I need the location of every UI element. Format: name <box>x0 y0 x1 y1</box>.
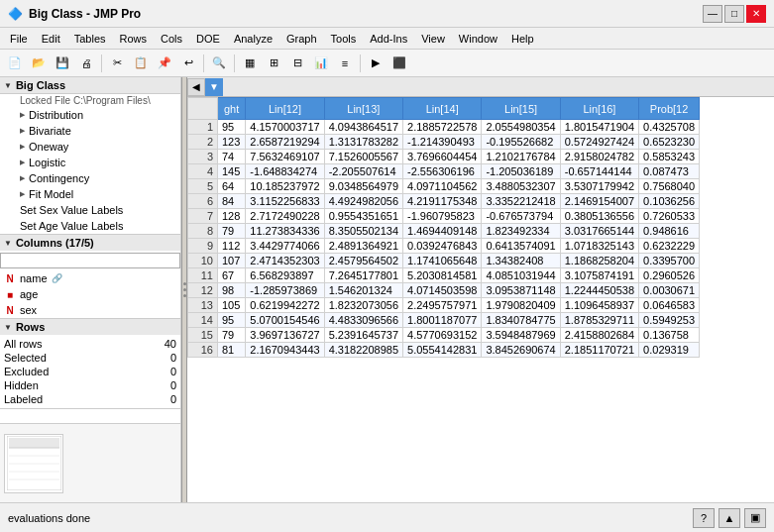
cell-ght[interactable]: 95 <box>218 313 246 328</box>
maximize-button[interactable]: □ <box>724 5 744 23</box>
menu-cols[interactable]: Cols <box>155 31 188 47</box>
cell-prob12[interactable]: 0.0646583 <box>639 298 700 313</box>
cell-lin15[interactable]: 3.0953871148 <box>482 283 560 298</box>
cell-lin13[interactable]: 2.4579564502 <box>324 254 402 268</box>
cell-lin12[interactable]: 6.568293897 <box>246 268 324 283</box>
cell-prob12[interactable]: 0.5949253 <box>639 313 700 328</box>
cell-lin12[interactable]: 3.1152256833 <box>246 194 324 209</box>
cell-lin14[interactable]: 4.2191175348 <box>403 194 482 209</box>
new-button[interactable]: 📄 <box>4 53 26 74</box>
menu-tables[interactable]: Tables <box>68 31 112 47</box>
cell-lin15[interactable]: 1.823492334 <box>482 224 560 239</box>
menu-file[interactable]: File <box>4 31 34 47</box>
table-row[interactable]: 16 81 2.1670943443 4.3182208985 5.055414… <box>188 343 700 358</box>
rows-btn[interactable]: ⊟ <box>286 53 308 74</box>
cell-lin14[interactable]: 2.1885722578 <box>403 120 482 135</box>
analysis-set-age[interactable]: Set Age Value Labels <box>0 218 180 234</box>
cell-lin13[interactable]: 4.3182208985 <box>324 343 402 358</box>
cell-ght[interactable]: 128 <box>218 209 246 224</box>
cell-lin16[interactable]: 0.5724927424 <box>560 135 638 150</box>
menu-graph[interactable]: Graph <box>280 31 323 47</box>
cell-lin15[interactable]: -1.205036189 <box>482 164 560 179</box>
cell-prob12[interactable]: 0.0030671 <box>639 283 700 298</box>
analysis-contingency[interactable]: ▶ Contingency <box>0 170 180 186</box>
cell-lin14[interactable]: 0.0392476843 <box>403 239 482 254</box>
col-header-ght[interactable]: ght <box>218 98 246 120</box>
cell-lin12[interactable]: 2.7172490228 <box>246 209 324 224</box>
cell-ght[interactable]: 98 <box>218 283 246 298</box>
cell-ght[interactable]: 74 <box>218 150 246 164</box>
cell-lin12[interactable]: 4.1570003717 <box>246 120 324 135</box>
menu-tools[interactable]: Tools <box>325 31 363 47</box>
menu-analyze[interactable]: Analyze <box>228 31 278 47</box>
cell-prob12[interactable]: 0.087473 <box>639 164 700 179</box>
search-button[interactable]: 🔍 <box>208 53 230 74</box>
chart-btn[interactable]: 📊 <box>310 53 332 74</box>
cell-prob12[interactable]: 0.3395700 <box>639 254 700 268</box>
table-row[interactable]: 3 74 7.5632469107 7.1526005567 3.7696604… <box>188 150 700 164</box>
cell-lin12[interactable]: 3.4429774066 <box>246 239 324 254</box>
col-header-prob12[interactable]: Prob[12 <box>639 98 700 120</box>
cell-lin12[interactable]: 7.5632469107 <box>246 150 324 164</box>
cell-lin14[interactable]: -2.556306196 <box>403 164 482 179</box>
close-button[interactable]: ✕ <box>746 5 766 23</box>
cell-lin15[interactable]: 0.6413574091 <box>482 239 560 254</box>
menu-addins[interactable]: Add-Ins <box>364 31 413 47</box>
cell-lin13[interactable]: 8.3505502134 <box>324 224 402 239</box>
col-header-lin15[interactable]: Lin[15] <box>482 98 560 120</box>
cell-lin16[interactable]: 1.8015471904 <box>560 120 638 135</box>
cell-lin12[interactable]: 3.9697136727 <box>246 328 324 343</box>
cell-lin13[interactable]: 4.0943864517 <box>324 120 402 135</box>
cell-lin14[interactable]: 3.7696604454 <box>403 150 482 164</box>
cell-lin14[interactable]: 5.2030814581 <box>403 268 482 283</box>
cell-ght[interactable]: 67 <box>218 268 246 283</box>
table-row[interactable]: 15 79 3.9697136727 5.2391645737 4.577069… <box>188 328 700 343</box>
help-button[interactable]: ? <box>693 508 715 528</box>
table-row[interactable]: 12 98 -1.285973869 1.546201324 4.0714503… <box>188 283 700 298</box>
cell-lin13[interactable]: 4.4924982056 <box>324 194 402 209</box>
cell-lin12[interactable]: 0.6219942272 <box>246 298 324 313</box>
table-row[interactable]: 5 64 10.185237972 9.0348564979 4.0971104… <box>188 179 700 194</box>
cell-lin16[interactable]: 1.1868258204 <box>560 254 638 268</box>
cell-lin14[interactable]: 1.1741065648 <box>403 254 482 268</box>
col-header-lin14[interactable]: Lin[14] <box>403 98 482 120</box>
column-filter-button[interactable]: ▼ <box>205 78 223 96</box>
cell-lin16[interactable]: 3.1075874191 <box>560 268 638 283</box>
cell-lin14[interactable]: 1.8001187077 <box>403 313 482 328</box>
cell-prob12[interactable]: 0.6523230 <box>639 135 700 150</box>
analysis-oneway[interactable]: ▶ Oneway <box>0 139 180 155</box>
cell-lin15[interactable]: 1.34382408 <box>482 254 560 268</box>
analysis-distribution[interactable]: ▶ Distribution <box>0 107 180 123</box>
cell-lin13[interactable]: 4.4833096566 <box>324 313 402 328</box>
cell-lin16[interactable]: 1.0718325143 <box>560 239 638 254</box>
cell-ght[interactable]: 105 <box>218 298 246 313</box>
cell-prob12[interactable]: 0.029319 <box>639 343 700 358</box>
cell-lin16[interactable]: 2.4158802684 <box>560 328 638 343</box>
cell-lin15[interactable]: -0.195526682 <box>482 135 560 150</box>
cell-lin14[interactable]: 1.4694409148 <box>403 224 482 239</box>
cell-ght[interactable]: 145 <box>218 164 246 179</box>
menu-doe[interactable]: DOE <box>190 31 226 47</box>
cell-lin16[interactable]: 1.1096458937 <box>560 298 638 313</box>
cell-prob12[interactable]: 0.948616 <box>639 224 700 239</box>
cell-lin15[interactable]: 3.3352212418 <box>482 194 560 209</box>
up-button[interactable]: ▲ <box>719 508 740 528</box>
cell-lin16[interactable]: 3.5307179942 <box>560 179 638 194</box>
cell-lin16[interactable]: 2.1851170721 <box>560 343 638 358</box>
cell-prob12[interactable]: 0.4325708 <box>639 120 700 135</box>
cell-ght[interactable]: 123 <box>218 135 246 150</box>
cell-lin13[interactable]: 1.546201324 <box>324 283 402 298</box>
table-row[interactable]: 9 112 3.4429774066 2.4891364921 0.039247… <box>188 239 700 254</box>
cell-lin14[interactable]: 4.0714503598 <box>403 283 482 298</box>
cell-prob12[interactable]: 0.6232229 <box>639 239 700 254</box>
run-btn[interactable]: ▶ <box>365 53 387 74</box>
column-name[interactable]: N name 🔗 <box>0 270 180 286</box>
cell-ght[interactable]: 81 <box>218 343 246 358</box>
analysis-set-sex[interactable]: Set Sex Value Labels <box>0 202 180 218</box>
cell-lin15[interactable]: 1.9790820409 <box>482 298 560 313</box>
table-row[interactable]: 13 105 0.6219942272 1.8232073056 2.24957… <box>188 298 700 313</box>
menu-view[interactable]: View <box>415 31 451 47</box>
cell-lin16[interactable]: 2.1469154007 <box>560 194 638 209</box>
cell-lin13[interactable]: -2.205507614 <box>324 164 402 179</box>
menu-window[interactable]: Window <box>453 31 503 47</box>
